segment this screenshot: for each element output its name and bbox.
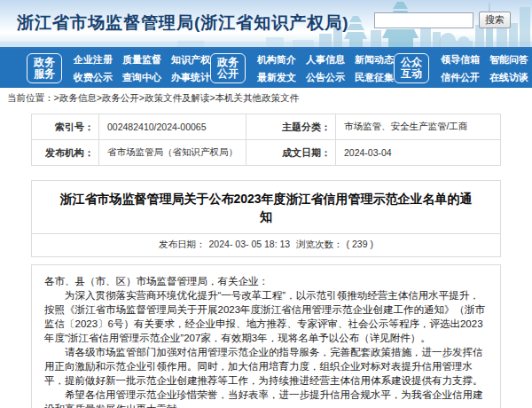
search-button[interactable]: 搜索 <box>479 12 511 28</box>
nav-group-label-services[interactable]: 政务 服务 <box>27 53 62 84</box>
nav-item-public-opinion[interactable]: 民意征集 <box>355 71 394 84</box>
nav-item-service-statistics[interactable]: 办事统计 <box>171 71 210 84</box>
nav-item-announcements[interactable]: 公告公示 <box>306 71 345 84</box>
nav-items-interaction: 领导信箱 智能问答 知识百科 信件公开 在线访谈 新闻发布会 <box>441 53 532 84</box>
nav-item-intellectual-property[interactable]: 知识产权 <box>171 53 210 67</box>
content-area: 索引号： 002482410/2024-00065 主题分类： 市场监管、安全生… <box>0 107 532 408</box>
nav-item-online-interview[interactable]: 在线访谈 <box>489 71 528 84</box>
nav-group-label-line: 政务 <box>34 57 55 68</box>
publish-date-label: 发布日期： <box>159 239 206 249</box>
nav-group-interaction: 公众 互动 领导信箱 智能问答 知识百科 信件公开 在线访谈 新闻发布会 <box>394 53 532 84</box>
publish-date-value: 2024- 03- 05 18: 13 <box>209 239 291 249</box>
meta-topic-label: 主题分类： <box>246 114 336 140</box>
body-paragraph: 为深入贯彻落实营商环境优化提升“一号改革工程”，以示范引领推动经营主体信用水平提… <box>44 288 488 345</box>
nav-item-org-profile[interactable]: 机构简介 <box>257 53 296 67</box>
nav-item-smart-qa[interactable]: 智能问答 <box>489 53 528 67</box>
meta-index-value: 002482410/2024-00065 <box>99 114 246 140</box>
meta-row: 发布机构： 省市场监管局（省知识产权局） 成文日期： 2024-03-04 <box>32 140 501 166</box>
search-input[interactable] <box>374 12 473 28</box>
meta-row: 索引号： 002482410/2024-00065 主题分类： 市场监管、安全生… <box>32 114 501 140</box>
meta-agency-label: 发布机构： <box>32 140 99 166</box>
nav-group-label-line: 服务 <box>34 68 55 80</box>
body-paragraph: 请各级市场监管部门加强对信用管理示范企业的指导服务，完善配套政策措施，进一步发挥… <box>44 345 488 388</box>
meta-date-value: 2024-03-04 <box>336 140 501 166</box>
nav-group-label-line: 公开 <box>217 68 239 80</box>
nav-items-services: 企业注册 质量监督 知识产权 收费公示 查询中心 办事统计 <box>74 53 210 84</box>
nav-item-letters-publicity[interactable]: 信件公开 <box>441 71 480 84</box>
breadcrumb: 当前位置：>政务信息>政务公开>政策文件及解读>本机关其他政策文件 <box>0 88 532 107</box>
body-paragraph: 希望各信用管理示范企业珍惜荣誉，当好表率，进一步提升信用合规水平，为我省企业信用… <box>44 388 488 408</box>
nav-item-news[interactable]: 新闻动态 <box>355 53 394 67</box>
document-meta-table: 索引号： 002482410/2024-00065 主题分类： 市场监管、安全生… <box>31 114 501 166</box>
nav-group-services: 政务 服务 企业注册 质量监督 知识产权 收费公示 查询中心 办事统计 <box>27 53 210 84</box>
nav-group-label-line: 公众 <box>401 57 422 68</box>
nav-items-disclosure: 机构简介 人事信息 新闻动态 最新发文 公告公示 民意征集 <box>257 53 394 84</box>
nav-group-disclosure: 政务 公开 机构简介 人事信息 新闻动态 最新发文 公告公示 民意征集 <box>210 53 394 84</box>
nav-item-personnel-info[interactable]: 人事信息 <box>306 53 345 67</box>
views-label: 浏览次数： <box>296 239 343 249</box>
nav-item-latest-documents[interactable]: 最新发文 <box>257 71 296 84</box>
article-title: 浙江省市场监督管理局关于公布2023年度浙江省信用管理示范企业名单的通知 <box>32 181 500 233</box>
nav-item-quality-supervision[interactable]: 质量监督 <box>122 53 161 67</box>
nav-item-fee-publicity[interactable]: 收费公示 <box>74 71 113 84</box>
site-header: 浙江省市场监督管理局(浙江省知识产权局) 搜索 <box>0 0 532 49</box>
meta-topic-value: 市场监管、安全生产监管/工商 <box>336 114 501 140</box>
article-body: 各市、县（市、区）市场监督管理局，有关企业： 为深入贯彻落实营商环境优化提升“一… <box>31 264 501 408</box>
main-nav: 政务 服务 企业注册 质量监督 知识产权 收费公示 查询中心 办事统计 政务 公… <box>0 49 532 88</box>
meta-agency-value: 省市场监管局（省知识产权局） <box>99 140 246 166</box>
salutation: 各市、县（市、区）市场监督管理局，有关企业： <box>44 274 488 288</box>
nav-item-leader-mailbox[interactable]: 领导信箱 <box>441 53 480 67</box>
publish-info: 发布日期：2024- 03- 05 18: 13 浏览次数：( 239 ) <box>32 233 500 256</box>
meta-date-label: 成文日期： <box>246 140 336 166</box>
breadcrumb-path[interactable]: >政务信息>政务公开>政策文件及解读>本机关其他政策文件 <box>54 92 300 103</box>
search-area: 搜索 <box>374 12 511 28</box>
site-title: 浙江省市场监督管理局(浙江省知识产权局) <box>17 12 349 35</box>
views-value: ( 239 ) <box>347 239 373 249</box>
nav-item-enterprise-registration[interactable]: 企业注册 <box>74 53 113 67</box>
meta-index-label: 索引号： <box>32 114 99 140</box>
page: 浙江省市场监督管理局(浙江省知识产权局) 搜索 政务 服务 企业注册 质量监督 … <box>0 0 532 408</box>
nav-group-label-disclosure[interactable]: 政务 公开 <box>210 53 246 84</box>
nav-group-label-line: 政务 <box>217 57 239 68</box>
breadcrumb-label: 当前位置： <box>7 92 54 103</box>
nav-item-query-center[interactable]: 查询中心 <box>122 71 161 84</box>
nav-group-label-line: 互动 <box>401 68 422 80</box>
nav-group-label-interaction[interactable]: 公众 互动 <box>394 53 429 84</box>
article-header: 浙江省市场监督管理局关于公布2023年度浙江省信用管理示范企业名单的通知 发布日… <box>31 180 501 257</box>
